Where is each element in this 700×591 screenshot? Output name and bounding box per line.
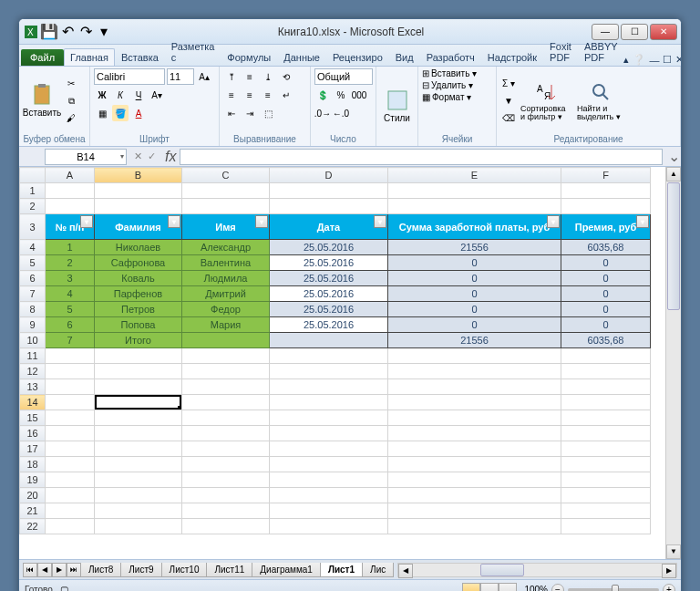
tab-foxit[interactable]: Foxit PDF bbox=[543, 37, 578, 66]
orientation-icon[interactable]: ⟲ bbox=[278, 68, 294, 85]
sheet-tab[interactable]: Лист8 bbox=[80, 563, 121, 577]
row-header[interactable]: 15 bbox=[20, 410, 46, 426]
row-header[interactable]: 3 bbox=[20, 214, 46, 240]
wb-minimize-icon[interactable]: — bbox=[649, 55, 659, 66]
cell[interactable]: 7 bbox=[46, 333, 95, 348]
tab-home[interactable]: Главная bbox=[64, 48, 115, 66]
cell[interactable]: 0 bbox=[561, 317, 651, 333]
help-icon[interactable]: ❔ bbox=[633, 54, 645, 66]
row-header[interactable]: 13 bbox=[20, 379, 46, 395]
cell[interactable]: Дмитрий bbox=[182, 286, 270, 302]
row-header[interactable]: 8 bbox=[20, 302, 46, 317]
cell[interactable]: 25.05.2016 bbox=[270, 255, 388, 271]
row-header[interactable]: 6 bbox=[20, 271, 46, 286]
wb-close-icon[interactable]: ✕ bbox=[675, 54, 682, 66]
fill-color-icon[interactable]: 🪣 bbox=[112, 105, 129, 121]
cells-format-button[interactable]: Формат ▾ bbox=[432, 92, 471, 102]
font-color-icon[interactable]: A bbox=[130, 105, 147, 121]
cell[interactable]: Парфенов bbox=[95, 286, 182, 302]
fx-icon[interactable]: fx bbox=[165, 149, 176, 165]
col-header-D[interactable]: D bbox=[270, 168, 388, 183]
row-header[interactable]: 2 bbox=[20, 199, 46, 214]
comma-icon[interactable]: 000 bbox=[351, 87, 367, 103]
shrink-font-icon[interactable]: A▾ bbox=[149, 87, 165, 103]
sheet-tab[interactable]: Лист11 bbox=[206, 563, 252, 577]
cell[interactable]: 21556 bbox=[388, 333, 561, 348]
row-header[interactable]: 7 bbox=[20, 286, 46, 302]
page-layout-view-icon[interactable] bbox=[480, 583, 499, 592]
col-header-C[interactable]: C bbox=[182, 168, 270, 183]
underline-icon[interactable]: Ч bbox=[130, 87, 147, 103]
cell[interactable]: 2 bbox=[46, 255, 95, 271]
zoom-level[interactable]: 100% bbox=[524, 585, 548, 591]
indent-decrease-icon[interactable]: ⇤ bbox=[223, 105, 240, 121]
col-header-E[interactable]: E bbox=[388, 168, 561, 183]
cell[interactable] bbox=[182, 183, 270, 199]
save-icon[interactable]: 💾 bbox=[41, 24, 57, 40]
cut-icon[interactable]: ✂ bbox=[63, 76, 79, 92]
row-header[interactable]: 11 bbox=[20, 348, 46, 364]
fill-icon[interactable]: ▼ bbox=[500, 93, 517, 109]
cell[interactable]: 25.05.2016 bbox=[270, 271, 388, 286]
find-select-button[interactable]: Найти и выделить ▾ bbox=[575, 68, 626, 133]
filter-icon[interactable]: ▾ bbox=[168, 215, 180, 228]
align-left-icon[interactable]: ≡ bbox=[223, 87, 240, 103]
name-box[interactable]: B14 bbox=[45, 149, 127, 165]
cell[interactable] bbox=[182, 333, 270, 348]
scroll-left-icon[interactable]: ◀ bbox=[398, 564, 413, 578]
cell[interactable]: Итого bbox=[95, 333, 182, 348]
autosum-icon[interactable]: Σ ▾ bbox=[500, 76, 517, 92]
cells-insert-button[interactable]: Вставить ▾ bbox=[431, 68, 477, 78]
row-header[interactable]: 20 bbox=[20, 488, 46, 503]
cell[interactable]: 21556 bbox=[388, 240, 561, 255]
tab-data[interactable]: Данные bbox=[277, 48, 326, 66]
row-header[interactable]: 21 bbox=[20, 503, 46, 519]
cells-insert-icon[interactable]: ⊞ bbox=[422, 68, 429, 78]
qat-customize-icon[interactable]: ▾ bbox=[96, 24, 112, 40]
formula-bar-expand-icon[interactable]: ⌄ bbox=[666, 148, 681, 165]
cell[interactable]: Людмила bbox=[182, 271, 270, 286]
scroll-right-icon[interactable]: ▶ bbox=[662, 564, 676, 578]
row-header[interactable]: 19 bbox=[20, 472, 46, 488]
cell[interactable]: Александр bbox=[182, 240, 270, 255]
bold-icon[interactable]: Ж bbox=[94, 87, 110, 103]
cell[interactable]: Петров bbox=[95, 302, 182, 317]
tab-review[interactable]: Рецензиро bbox=[326, 48, 389, 66]
cancel-formula-icon[interactable]: ✕ bbox=[134, 150, 142, 162]
cells-delete-icon[interactable]: ⊟ bbox=[422, 80, 429, 90]
row-header[interactable]: 18 bbox=[20, 457, 46, 472]
table-header[interactable]: Сумма заработной платы, руб▾ bbox=[388, 214, 561, 240]
filter-icon[interactable]: ▾ bbox=[547, 215, 560, 228]
row-header[interactable]: 10 bbox=[20, 333, 46, 348]
excel-icon[interactable]: X bbox=[23, 24, 39, 40]
undo-icon[interactable]: ↶ bbox=[59, 24, 76, 40]
cell[interactable]: Мария bbox=[182, 317, 270, 333]
sheet-tab[interactable]: Лис bbox=[362, 563, 394, 577]
cell[interactable]: 6035,68 bbox=[561, 240, 651, 255]
currency-icon[interactable]: 💲 bbox=[314, 87, 331, 103]
redo-icon[interactable]: ↷ bbox=[77, 24, 94, 40]
row-header[interactable]: 5 bbox=[20, 255, 46, 271]
cell[interactable]: 25.05.2016 bbox=[270, 240, 388, 255]
merge-icon[interactable]: ⬚ bbox=[260, 105, 276, 121]
cell[interactable]: 0 bbox=[561, 255, 651, 271]
active-cell[interactable] bbox=[95, 395, 182, 410]
select-all-corner[interactable] bbox=[20, 168, 46, 183]
number-format-select[interactable] bbox=[314, 68, 373, 85]
filter-icon[interactable]: ▾ bbox=[374, 215, 386, 228]
row-header[interactable]: 4 bbox=[20, 240, 46, 255]
sheet-nav-next-icon[interactable]: ▶ bbox=[52, 563, 67, 577]
format-painter-icon[interactable]: 🖌 bbox=[63, 110, 79, 127]
cell[interactable] bbox=[46, 183, 95, 199]
cell[interactable]: 4 bbox=[46, 286, 95, 302]
row-header[interactable]: 12 bbox=[20, 364, 46, 379]
cell[interactable]: Валентина bbox=[182, 255, 270, 271]
cell[interactable] bbox=[95, 183, 182, 199]
scroll-thumb[interactable] bbox=[667, 182, 680, 310]
align-middle-icon[interactable]: ≡ bbox=[242, 68, 258, 85]
enter-formula-icon[interactable]: ✓ bbox=[148, 150, 156, 162]
row-header[interactable]: 1 bbox=[20, 183, 46, 199]
cell[interactable] bbox=[270, 333, 388, 348]
clear-icon[interactable]: ⌫ bbox=[500, 110, 517, 127]
cells-format-icon[interactable]: ▦ bbox=[422, 92, 430, 102]
